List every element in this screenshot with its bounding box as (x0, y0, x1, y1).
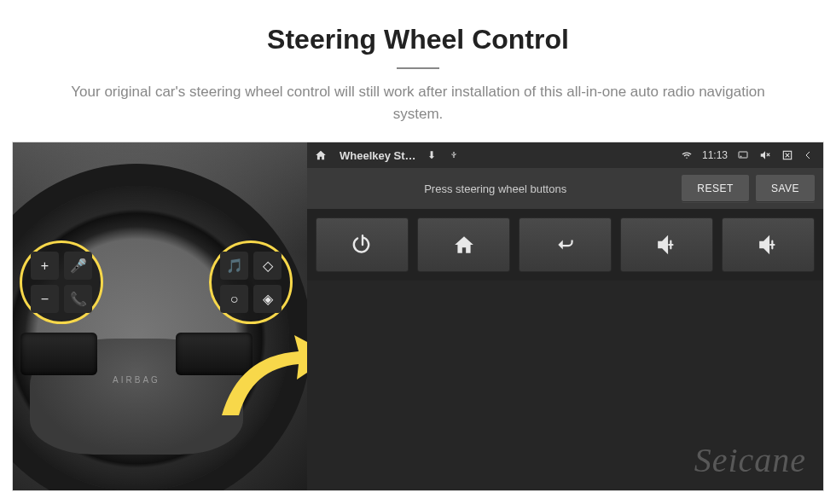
airbag-label: AIRBAG (113, 375, 160, 385)
wheel-callout-left: + 🎤 − 📞 (20, 240, 103, 324)
back-icon[interactable] (803, 150, 816, 160)
wheel-spoke-right (176, 333, 253, 375)
wheel-minus-icon: − (31, 285, 59, 313)
toolbar-prompt: Press steering wheel buttons (316, 182, 675, 195)
back-arrow-icon (554, 234, 577, 256)
home-icon[interactable] (314, 149, 328, 161)
wheel-voice-icon: 🎤 (64, 252, 92, 280)
wheel-nav-icon: ◈ (253, 285, 282, 313)
wifi-icon (680, 150, 694, 160)
volume-up-icon (656, 234, 678, 256)
wheel-phone-icon: 📞 (64, 285, 92, 313)
cast-icon[interactable] (736, 150, 750, 160)
usb-icon (447, 149, 461, 161)
wheel-music-icon: 🎵 (220, 252, 248, 280)
svg-rect-0 (739, 152, 747, 158)
steering-wheel-panel: AIRBAG + 🎤 − 📞 🎵 ◇ ○ ◈ (13, 142, 307, 490)
svg-point-1 (740, 156, 741, 157)
title-underline (397, 67, 439, 69)
headunit-screen: Wheelkey St… ⬇ 11:13 Press (307, 142, 823, 490)
mapping-toolbar: Press steering wheel buttons RESET SAVE (307, 168, 823, 209)
map-home-button[interactable] (417, 217, 510, 272)
wheel-circle-icon: ○ (220, 285, 248, 313)
brand-watermark: Seicane (694, 440, 806, 480)
page-subtitle: Your original car's steering wheel contr… (0, 81, 836, 125)
mute-icon[interactable] (758, 149, 772, 161)
save-button[interactable]: SAVE (756, 175, 815, 202)
status-time: 11:13 (702, 149, 728, 161)
wheel-plus-icon: + (31, 252, 59, 280)
map-vol-up-2-button[interactable] (722, 217, 815, 272)
mapping-row (307, 209, 823, 281)
status-app-title: Wheelkey St… (340, 149, 416, 162)
wheel-diamond-icon: ◇ (253, 252, 282, 280)
android-status-bar: Wheelkey St… ⬇ 11:13 (307, 142, 823, 168)
home-icon (453, 234, 475, 256)
download-icon: ⬇ (425, 149, 438, 161)
map-back-button[interactable] (519, 217, 612, 272)
volume-up-icon (758, 234, 780, 256)
wheel-spoke-left (20, 333, 97, 375)
wheel-callout-right: 🎵 ◇ ○ ◈ (209, 240, 293, 324)
map-power-button[interactable] (316, 217, 409, 272)
map-vol-up-button[interactable] (620, 217, 713, 272)
page-title: Steering Wheel Control (0, 0, 836, 55)
reset-button[interactable]: RESET (682, 175, 749, 202)
power-icon (351, 234, 374, 256)
close-app-icon[interactable] (781, 149, 794, 161)
hero-image: AIRBAG + 🎤 − 📞 🎵 ◇ ○ ◈ Wheelkey St… ⬇ (12, 142, 824, 491)
